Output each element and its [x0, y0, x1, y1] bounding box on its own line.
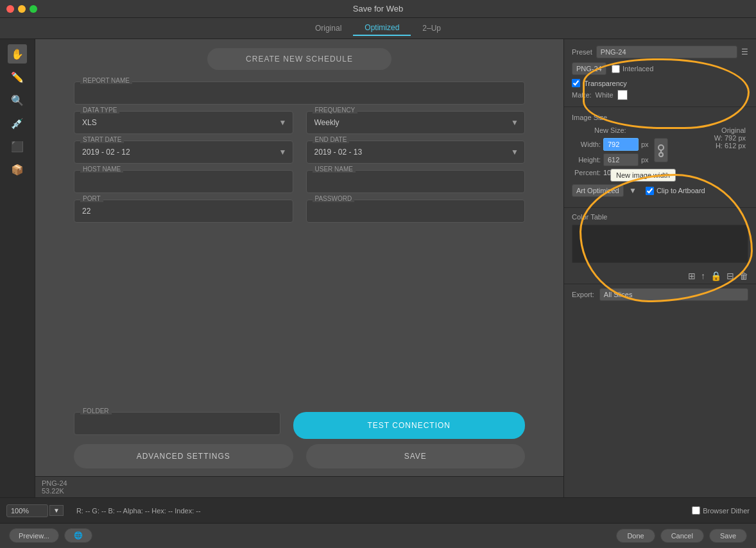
end-date-label: END DATE	[313, 136, 350, 143]
box-tool-icon[interactable]: 📦	[8, 160, 27, 179]
interlaced-checkbox[interactable]	[612, 65, 620, 73]
host-user-row: HOST NAME USER NAME	[74, 170, 525, 193]
frequency-select[interactable]: Weekly Daily Monthly	[306, 111, 526, 134]
hand-tool-icon[interactable]: ✋	[8, 44, 27, 64]
zoom-select[interactable]: 100%	[6, 504, 48, 517]
matte-color-swatch[interactable]	[617, 90, 628, 100]
cancel-button[interactable]: Cancel	[660, 529, 704, 543]
data-type-label: DATA TYPE	[80, 107, 119, 114]
width-input[interactable]	[603, 138, 639, 151]
browser-dither-checkbox[interactable]	[692, 506, 700, 515]
tab-original[interactable]: Original	[304, 21, 353, 35]
clip-row: Clip to Artboard	[646, 187, 705, 195]
frequency-label: FREQUENCY	[313, 107, 358, 114]
test-connection-button[interactable]: TEST CONNECTION	[293, 412, 526, 439]
title-bar: Save for Web	[0, 0, 756, 18]
report-name-group: REPORT NAME	[74, 81, 525, 105]
password-label: PASSWORD	[313, 195, 355, 202]
original-size: Original W: 792 px H: 612 px	[714, 126, 748, 150]
user-name-group: USER NAME	[306, 170, 526, 193]
matte-row: Matte: White	[572, 90, 748, 100]
save-form-button[interactable]: SAVE	[306, 444, 526, 468]
preset-select[interactable]: PNG-24	[596, 46, 737, 58]
start-date-select[interactable]: 2019 - 02 - 12	[74, 141, 293, 164]
png-format-select[interactable]: PNG-24	[572, 62, 606, 75]
maximize-button[interactable]	[30, 5, 37, 13]
preset-label: Preset	[572, 48, 592, 56]
height-px-unit: px	[641, 156, 649, 164]
password-group: PASSWORD	[306, 200, 526, 223]
preset-menu-icon[interactable]: ☰	[741, 47, 748, 56]
preset-row: Preset PNG-24 ☰	[572, 46, 748, 58]
export-icon-1[interactable]: ⊞	[688, 271, 696, 281]
tab-2up[interactable]: 2–Up	[411, 21, 452, 35]
export-icon-3[interactable]: 🔒	[710, 271, 721, 281]
rectangle-tool-icon[interactable]: ⬛	[8, 137, 27, 156]
export-select[interactable]: All Slices	[599, 288, 748, 301]
preview-button[interactable]: Preview...	[9, 528, 59, 543]
height-input[interactable]	[603, 153, 639, 166]
done-button[interactable]: Done	[616, 529, 655, 543]
action-bar-right: Done Cancel Save	[616, 529, 747, 543]
bottom-btn-row: ADVANCED SETTINGS SAVE	[35, 444, 563, 476]
minimize-button[interactable]	[18, 5, 26, 13]
export-icon-4[interactable]: ⊟	[726, 271, 734, 281]
transparency-checkbox[interactable]	[572, 79, 580, 87]
clip-artboard-label: Clip to Artboard	[657, 187, 705, 194]
host-name-label: HOST NAME	[80, 166, 123, 173]
user-name-input[interactable]	[306, 170, 526, 193]
folder-group: FOLDER	[74, 412, 280, 439]
globe-button[interactable]: 🌐	[64, 528, 92, 543]
link-proportional-icon[interactable]	[654, 138, 668, 162]
report-name-input[interactable]	[74, 81, 525, 105]
svg-point-0	[658, 145, 664, 150]
close-button[interactable]	[6, 5, 14, 13]
user-name-label: USER NAME	[313, 166, 356, 173]
data-type-select[interactable]: XLS CSV PDF	[74, 111, 293, 134]
export-icon-2[interactable]: ↑	[701, 271, 705, 281]
create-btn-row: CREATE NEW SCHEDULE	[74, 46, 525, 75]
start-date-group: START DATE 2019 - 02 - 12 ▼	[74, 141, 293, 164]
file-format: PNG-24	[42, 479, 67, 487]
transparency-label: Transparency	[584, 80, 627, 87]
interlaced-row: Interlaced	[612, 65, 653, 73]
form-area: CREATE NEW SCHEDULE REPORT NAME DATA TYP…	[35, 39, 563, 412]
original-label: Original	[714, 126, 746, 134]
end-date-select[interactable]: 2019 - 02 - 13	[306, 141, 526, 164]
matte-value: White	[596, 91, 614, 99]
height-row: Height: px	[572, 153, 649, 166]
save-bottom-button[interactable]: Save	[709, 529, 747, 543]
host-name-input[interactable]	[74, 170, 293, 193]
advanced-settings-button[interactable]: ADVANCED SETTINGS	[74, 444, 293, 468]
browser-dither-label: Browser Dither	[703, 507, 750, 515]
eyedropper-tool-icon[interactable]: 💉	[8, 114, 27, 133]
color-table-title: Color Table	[572, 213, 748, 221]
window-controls[interactable]	[6, 5, 37, 13]
port-input[interactable]	[74, 200, 293, 223]
export-icon-5[interactable]: 🗑	[739, 271, 748, 281]
zoom-dropdown-button[interactable]: ▼	[49, 505, 64, 516]
create-new-schedule-button[interactable]: CREATE NEW SCHEDULE	[207, 48, 391, 70]
clip-artboard-checkbox[interactable]	[646, 187, 654, 195]
folder-label: FOLDER	[80, 407, 112, 415]
folder-input[interactable]	[74, 412, 280, 435]
svg-point-2	[659, 153, 663, 157]
quality-arrow-icon: ▼	[629, 186, 637, 195]
quality-select[interactable]: Art Optimized	[572, 184, 624, 197]
password-input[interactable]	[306, 200, 526, 223]
status-bar: 100% ▼ R: -- G: -- B: -- Alpha: -- Hex: …	[0, 497, 756, 523]
folder-test-row: FOLDER TEST CONNECTION	[35, 412, 563, 439]
right-panel: Preset PNG-24 ☰ PNG-24 Interlaced	[563, 39, 756, 497]
data-type-frequency-row: DATA TYPE XLS CSV PDF ▼ FREQUENCY Weekly…	[74, 111, 525, 134]
end-date-group: END DATE 2019 - 02 - 13 ▼	[306, 141, 526, 164]
color-table-section: Color Table	[564, 208, 756, 268]
port-group: PORT	[74, 200, 293, 223]
zoom-tool-icon[interactable]: 🔍	[8, 90, 27, 110]
main-layout: ✋ ✏️ 🔍 💉 ⬛ 📦 CREATE NEW SCHEDULE REPORT …	[0, 39, 756, 497]
tab-optimized[interactable]: Optimized	[353, 21, 411, 36]
width-label: Width:	[572, 141, 601, 148]
frequency-group: FREQUENCY Weekly Daily Monthly ▼	[306, 111, 526, 134]
original-width: W: 792 px	[714, 134, 746, 142]
pen-tool-icon[interactable]: ✏️	[8, 67, 27, 87]
width-row: Width: px New image width	[572, 138, 649, 151]
